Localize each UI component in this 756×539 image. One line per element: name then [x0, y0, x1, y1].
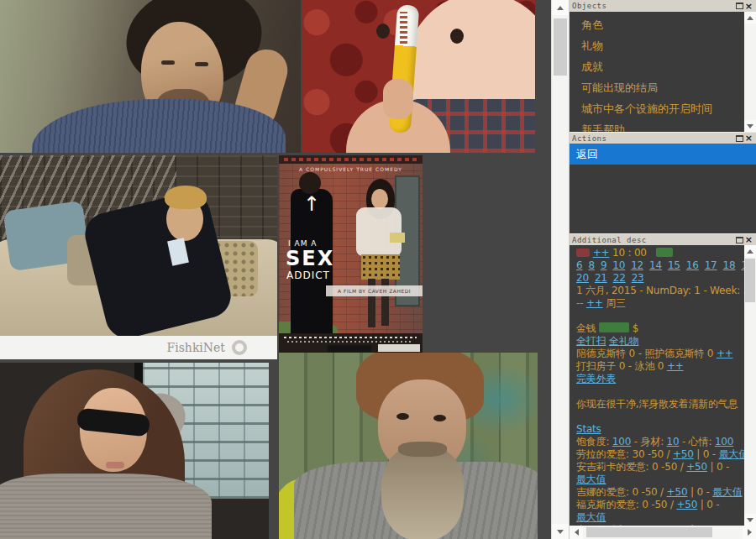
panel-float-button[interactable] — [735, 133, 744, 143]
panel-title: Additional desc — [572, 236, 735, 244]
text-link[interactable]: 10 — [667, 436, 680, 447]
float-icon — [736, 135, 743, 142]
scroll-down-button[interactable] — [744, 514, 756, 526]
additional-desc-panel: Additional desc ++ 10 : 00 6891012141516… — [570, 233, 756, 539]
scrollbar-thumb[interactable] — [586, 527, 712, 537]
text-run: | 0 - — [694, 448, 719, 460]
text-link[interactable]: 最大值 — [576, 474, 606, 485]
photo-detail — [32, 99, 286, 153]
close-icon — [745, 2, 753, 11]
action-item-selected[interactable]: 返回 — [570, 144, 756, 165]
text-link[interactable]: 全礼物 — [609, 335, 638, 347]
photo-detail — [195, 62, 208, 66]
text-link[interactable]: +50 — [673, 448, 694, 460]
objects-panel: Objects 角色礼物成就可能出现的结局城市中各个设施的开启时间新手帮助 — [570, 0, 756, 132]
poster-credit: A FILM BY CAVEH ZAHEDI — [326, 285, 423, 296]
objects-scrollbar[interactable] — [744, 12, 756, 132]
float-icon — [736, 237, 743, 243]
object-item[interactable]: 新手帮助 — [570, 119, 744, 132]
hour-link[interactable]: 9 — [601, 259, 606, 271]
photo-detail — [381, 447, 464, 539]
text-link[interactable]: +50 — [667, 486, 688, 498]
text-run: 陪德克斯特 0 - 照护德克斯特 0 — [576, 348, 717, 359]
scroll-left-button[interactable] — [570, 526, 583, 539]
panel-close-button[interactable] — [744, 235, 753, 244]
obscured-green-value — [656, 248, 673, 257]
hour-link[interactable]: 14 — [649, 259, 662, 271]
hour-link[interactable]: 22 — [613, 272, 626, 284]
desc-vertical-scrollbar[interactable] — [744, 245, 756, 526]
text-link[interactable]: +50 — [686, 461, 707, 473]
scroll-right-button[interactable] — [743, 526, 756, 539]
scrollbar-thumb[interactable] — [745, 259, 755, 302]
text-link[interactable]: ++ — [667, 360, 684, 372]
hour-link[interactable]: 17 — [705, 259, 717, 271]
hour-link[interactable]: 20 — [576, 272, 589, 284]
text-run: $ — [629, 322, 638, 334]
desc-line: 完美外表 — [576, 373, 744, 385]
object-item[interactable]: 成就 — [570, 56, 744, 77]
photo-detail — [396, 413, 409, 420]
scroll-down-button[interactable] — [552, 524, 569, 539]
desc-line: 劳拉的爱意: 30 -50 / +50 | 0 - 最大值 — [576, 448, 744, 461]
photo-detail — [299, 172, 321, 194]
text-run: 1 六月, 2015 - NumDay: 1 - Week: 3 — [576, 285, 744, 296]
text-link[interactable]: 完美外表 — [576, 373, 616, 385]
object-item[interactable]: 可能出现的结局 — [570, 77, 744, 98]
photo-detail — [400, 12, 407, 44]
watermark-text: FishkiNet — [166, 336, 225, 359]
photo-detail — [390, 233, 405, 243]
photo-man-on-couch: FishkiNet — [0, 155, 277, 359]
photo-detail — [0, 474, 212, 539]
scroll-up-button[interactable] — [744, 245, 756, 257]
panel-close-button[interactable] — [744, 133, 753, 143]
object-item[interactable]: 城市中各个设施的开启时间 — [570, 98, 744, 119]
float-icon — [736, 3, 743, 9]
text-link[interactable]: 最大值 — [576, 511, 606, 523]
hour-link[interactable]: 15 — [668, 259, 680, 271]
desc-panel-titlebar: Additional desc — [570, 233, 756, 245]
scroll-up-button[interactable] — [552, 0, 569, 15]
object-item[interactable]: 礼物 — [570, 35, 744, 56]
text-link[interactable]: Stats — [576, 423, 601, 435]
text-link[interactable]: ++ — [586, 297, 603, 309]
panel-close-button[interactable] — [744, 2, 753, 11]
scrollbar-thumb[interactable] — [554, 18, 567, 76]
text-link[interactable]: 100 — [715, 436, 733, 447]
photo-detail — [433, 415, 446, 421]
text-link[interactable]: +50 — [676, 499, 697, 510]
main-canvas: FishkiNet A COMPULSIVELY TRUE COMEDY I A… — [0, 0, 551, 539]
up-arrow-icon — [747, 249, 753, 254]
text-link[interactable]: ++ — [593, 247, 610, 259]
hour-link[interactable]: 6 — [576, 259, 582, 271]
hour-link[interactable]: 21 — [595, 272, 607, 284]
hour-link[interactable]: 12 — [631, 259, 643, 271]
hour-link[interactable]: 16 — [686, 259, 699, 271]
photo-woman-sunglasses — [0, 363, 269, 539]
object-item[interactable]: 角色 — [570, 14, 744, 35]
text-link[interactable]: 100 — [612, 436, 631, 447]
hour-link[interactable]: 10 — [612, 259, 625, 271]
desc-text: ++ 10 : 00 6891012141516171819202122231 … — [576, 247, 744, 527]
text-run: 打扫房子 0 - 泳池 0 — [576, 360, 667, 372]
poster-tagline: A COMPULSIVELY TRUE COMEDY — [279, 166, 423, 172]
desc-horizontal-scrollbar[interactable] — [570, 526, 756, 539]
text-link[interactable]: 最大值 — [712, 486, 742, 498]
panel-float-button[interactable] — [735, 2, 744, 11]
text-link[interactable]: ++ — [717, 348, 733, 359]
text-link[interactable]: 最大值 — [719, 448, 744, 460]
panel-float-button[interactable] — [735, 235, 744, 244]
text-link[interactable]: 全打扫 — [576, 335, 606, 347]
photo-movie-poster: A COMPULSIVELY TRUE COMEDY I AM A SEX AD… — [279, 155, 423, 353]
objects-panel-content: 角色礼物成就可能出现的结局城市中各个设施的开启时间新手帮助 — [570, 12, 756, 132]
photo-detail — [356, 207, 402, 256]
actions-panel-content: 返回 — [570, 144, 756, 233]
close-icon — [745, 133, 753, 143]
main-scrollbar[interactable] — [551, 0, 569, 539]
desc-line: 福克斯的爱意: 0 -50 / +50 | 0 - — [576, 499, 744, 511]
scroll-down-button[interactable] — [744, 120, 756, 132]
scroll-up-button[interactable] — [744, 12, 756, 24]
hour-link[interactable]: 18 — [723, 259, 736, 271]
hour-link[interactable]: 23 — [632, 272, 644, 284]
hour-link[interactable]: 8 — [588, 259, 594, 271]
